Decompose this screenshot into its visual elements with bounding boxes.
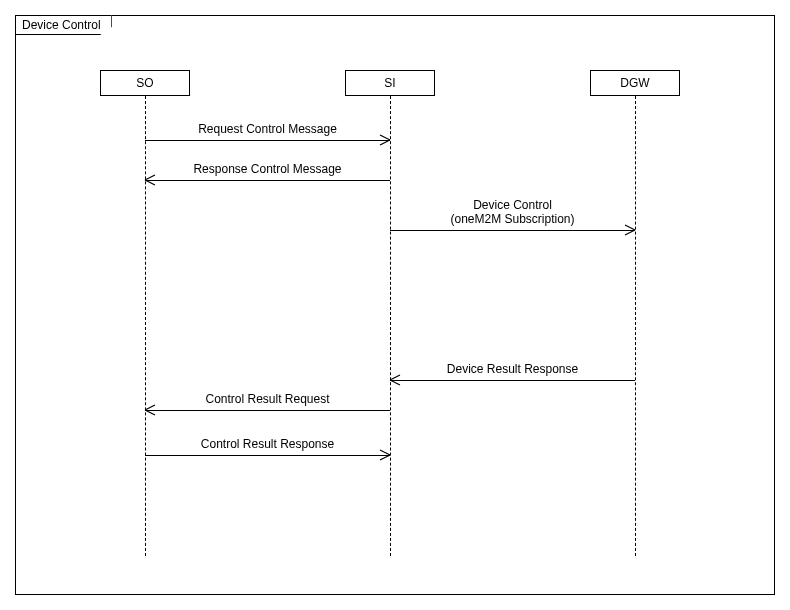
sequence-diagram: Device Control SO SI DGW Request Control… bbox=[0, 0, 790, 610]
participant-si: SI bbox=[345, 70, 435, 96]
msg-response-control-label: Response Control Message bbox=[145, 162, 390, 176]
msg-device-result-response-label: Device Result Response bbox=[390, 362, 635, 376]
diagram-frame: Device Control bbox=[15, 15, 775, 595]
arrow-left-icon bbox=[389, 374, 401, 386]
arrow-left-icon bbox=[144, 404, 156, 416]
msg-control-result-response-label: Control Result Response bbox=[145, 437, 390, 451]
msg-device-control-sublabel: (oneM2M Subscription) bbox=[390, 212, 635, 226]
participant-so-label: SO bbox=[136, 76, 153, 90]
arrow-right-icon bbox=[379, 449, 391, 461]
lifeline-si bbox=[390, 96, 391, 556]
participant-dgw: DGW bbox=[590, 70, 680, 96]
lifeline-dgw bbox=[635, 96, 636, 556]
arrow-left-icon bbox=[144, 174, 156, 186]
frame-title: Device Control bbox=[15, 15, 112, 35]
arrow-right-icon bbox=[379, 134, 391, 146]
participant-dgw-label: DGW bbox=[620, 76, 649, 90]
msg-device-control-label: Device Control bbox=[390, 198, 635, 212]
participant-so: SO bbox=[100, 70, 190, 96]
msg-request-control-label: Request Control Message bbox=[145, 122, 390, 136]
msg-control-result-request-label: Control Result Request bbox=[145, 392, 390, 406]
participant-si-label: SI bbox=[384, 76, 395, 90]
arrow-right-icon bbox=[624, 224, 636, 236]
